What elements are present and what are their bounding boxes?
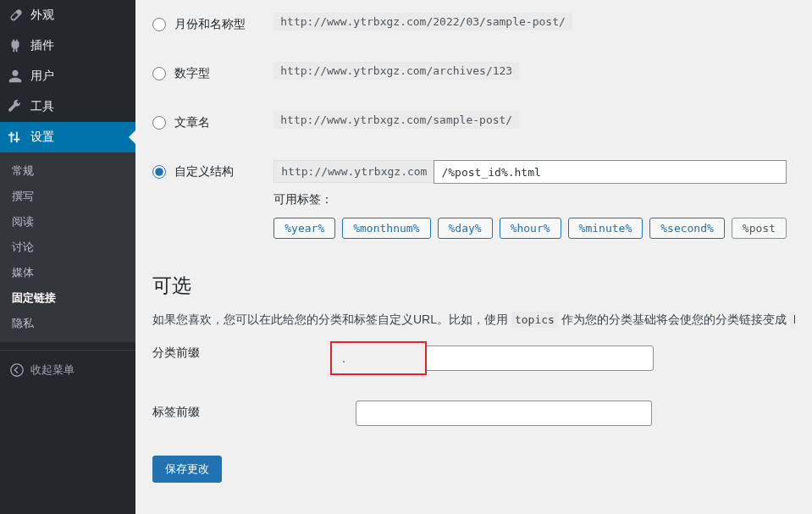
sub-permalinks[interactable]: 固定链接 bbox=[0, 285, 135, 311]
collapse-icon bbox=[8, 362, 25, 379]
sub-privacy[interactable]: 隐私 bbox=[0, 311, 135, 336]
label-numeric[interactable]: 数字型 bbox=[174, 66, 210, 81]
optional-heading: 可选 bbox=[152, 273, 795, 299]
example-post-name: http://www.ytrbxgz.com/sample-post/ bbox=[273, 111, 519, 129]
menu-appearance[interactable]: 外观 bbox=[0, 0, 135, 30]
menu-users[interactable]: 用户 bbox=[0, 61, 135, 91]
available-tags-label: 可用标签： bbox=[273, 192, 787, 207]
category-base-label: 分类前缀 bbox=[152, 345, 200, 359]
brush-icon bbox=[7, 7, 24, 24]
optional-description: 如果您喜欢，您可以在此给您的分类和标签自定义URL。比如，使用 topics 作… bbox=[152, 311, 795, 329]
tag-year[interactable]: %year% bbox=[273, 218, 335, 239]
tag-postid[interactable]: %post bbox=[732, 218, 787, 239]
custom-structure-input[interactable] bbox=[434, 160, 787, 184]
svg-point-0 bbox=[11, 364, 23, 376]
tag-base-label: 标签前缀 bbox=[152, 405, 200, 418]
menu-tools[interactable]: 工具 bbox=[0, 91, 135, 122]
tag-day[interactable]: %day% bbox=[438, 218, 493, 239]
collapse-menu[interactable]: 收起菜单 bbox=[0, 355, 135, 385]
tag-hour[interactable]: %hour% bbox=[500, 218, 561, 239]
sub-discussion[interactable]: 讨论 bbox=[0, 235, 135, 260]
sub-media[interactable]: 媒体 bbox=[0, 260, 135, 285]
radio-numeric[interactable] bbox=[152, 67, 166, 80]
example-numeric: http://www.ytrbxgz.com/archives/123 bbox=[273, 62, 519, 80]
radio-custom[interactable] bbox=[152, 165, 166, 179]
main-content: 月份和名称型 http://www.ytrbxgz.com/2022/03/sa… bbox=[135, 0, 812, 514]
sub-general[interactable]: 常规 bbox=[0, 158, 135, 184]
wrench-icon bbox=[7, 98, 24, 115]
tag-minute[interactable]: %minute% bbox=[568, 218, 644, 239]
custom-prefix: http://www.ytrbxgz.com bbox=[273, 160, 434, 183]
sub-reading[interactable]: 阅读 bbox=[0, 209, 135, 235]
sliders-icon bbox=[7, 129, 24, 146]
save-changes-button[interactable]: 保存更改 bbox=[152, 456, 222, 483]
radio-month-name[interactable] bbox=[152, 18, 166, 31]
category-base-input[interactable] bbox=[425, 345, 654, 371]
tag-second[interactable]: %second% bbox=[649, 218, 725, 239]
menu-plugins[interactable]: 插件 bbox=[0, 30, 135, 61]
plug-icon bbox=[7, 37, 24, 54]
category-base-highlight: . bbox=[330, 341, 427, 375]
tag-base-input[interactable] bbox=[356, 401, 652, 426]
admin-sidebar: 外观 插件 用户 工具 设置 常规 撰写 阅读 讨论 媒体 固定链接 隐私 bbox=[0, 0, 135, 514]
label-post-name[interactable]: 文章名 bbox=[174, 115, 210, 130]
tag-monthnum[interactable]: %monthnum% bbox=[342, 218, 430, 239]
tag-buttons: %year% %monthnum% %day% %hour% %minute% … bbox=[273, 218, 787, 239]
label-month-name[interactable]: 月份和名称型 bbox=[174, 17, 246, 32]
label-custom[interactable]: 自定义结构 bbox=[174, 164, 234, 180]
menu-settings[interactable]: 设置 bbox=[0, 122, 135, 152]
settings-submenu: 常规 撰写 阅读 讨论 媒体 固定链接 隐私 bbox=[0, 152, 135, 342]
radio-post-name[interactable] bbox=[152, 116, 166, 130]
sub-writing[interactable]: 撰写 bbox=[0, 184, 135, 209]
example-month-name: http://www.ytrbxgz.com/2022/03/sample-po… bbox=[273, 13, 572, 30]
user-icon bbox=[7, 68, 24, 85]
